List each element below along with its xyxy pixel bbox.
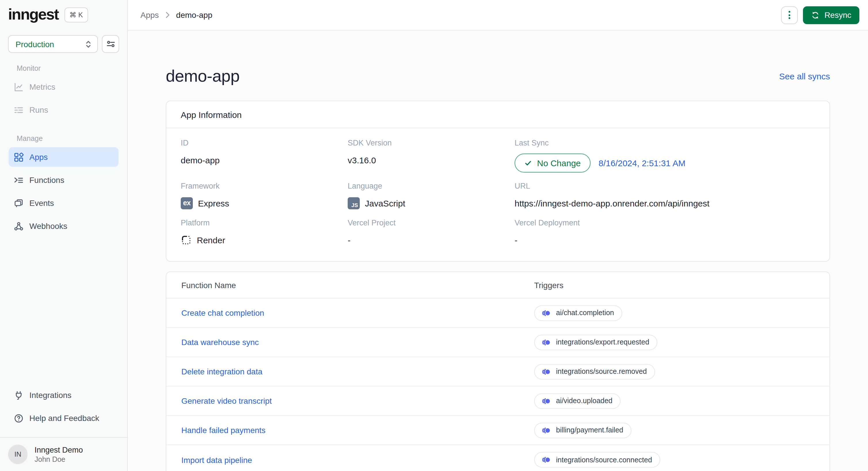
field-value: https://inngest-demo-app.onrender.com/ap… [515, 197, 815, 209]
javascript-icon: JS [348, 197, 360, 209]
field-value: demo-app [181, 154, 348, 166]
breadcrumb: Apps demo-app [141, 10, 212, 20]
sliders-icon [105, 39, 115, 49]
event-trigger-icon [542, 308, 551, 317]
trigger-pill-label: ai/chat.completion [556, 309, 614, 317]
user-menu[interactable]: IN Inngest Demo John Doe [0, 437, 127, 471]
field-label: Last Sync [515, 139, 815, 147]
inngest-logo: inngest [8, 7, 58, 23]
last-sync-time-link[interactable]: 8/16/2024, 2:51:31 AM [599, 158, 685, 168]
check-icon [524, 159, 532, 167]
sync-arrows-icon [811, 11, 820, 19]
trigger-pill-label: integrations/source.connected [556, 456, 652, 464]
function-link[interactable]: Handle failed payments [181, 426, 534, 435]
sidebar-item-label: Integrations [29, 391, 71, 400]
field-label: ID [181, 139, 348, 147]
table-row: Generate video transcript ai/video.uploa… [166, 386, 830, 416]
no-change-badge-label: No Change [537, 158, 581, 168]
user-display-name: John Doe [34, 455, 83, 463]
field-vercel-project: Vercel Project - [348, 209, 515, 246]
environment-select[interactable]: Production [8, 35, 98, 53]
question-circle-icon [14, 413, 24, 423]
topbar: Apps demo-app Resync [128, 0, 868, 31]
section-label-monitor: Monitor [17, 64, 119, 72]
table-row: Import data pipeline integrations/source… [166, 445, 830, 471]
sidebar-item-metrics[interactable]: Metrics [9, 77, 119, 97]
trigger-pill: integrations/source.removed [534, 364, 655, 379]
field-label: Framework [181, 182, 348, 190]
sidebar-item-label: Events [29, 198, 54, 208]
user-org-name: Inngest Demo [34, 445, 83, 454]
sidebar-item-integrations[interactable]: Integrations [9, 385, 119, 405]
sidebar-item-runs[interactable]: Runs [9, 100, 119, 120]
sidebar-item-functions[interactable]: Functions [9, 170, 119, 190]
field-sdk-version: SDK Version v3.16.0 [348, 129, 515, 172]
express-icon: ex [181, 197, 193, 209]
trigger-pill: integrations/export.requested [534, 334, 657, 350]
see-all-syncs-link[interactable]: See all syncs [779, 71, 830, 81]
field-label: Vercel Project [348, 218, 515, 227]
command-k-shortcut[interactable]: ⌘ K [64, 7, 88, 22]
trigger-pill: billing/payment.failed [534, 423, 631, 438]
function-link[interactable]: Generate video transcript [181, 396, 534, 405]
chevron-up-down-icon [85, 39, 92, 48]
trigger-pill-label: billing/payment.failed [556, 426, 623, 434]
sidebar-item-label: Metrics [29, 82, 55, 92]
trigger-pill: ai/video.uploaded [534, 393, 620, 409]
trigger-pill-label: integrations/export.requested [556, 338, 649, 346]
field-value: JavaScript [365, 198, 405, 208]
sidebar-item-label: Apps [29, 153, 48, 162]
function-link[interactable]: Data warehouse sync [181, 338, 534, 347]
field-label: SDK Version [348, 139, 515, 147]
page-content: demo-app See all syncs App Information I… [128, 31, 868, 471]
breadcrumb-current: demo-app [176, 10, 212, 20]
sidebar-item-label: Functions [29, 175, 64, 184]
functions-table-header: Function Name Triggers [166, 272, 830, 299]
trigger-pill-label: integrations/source.removed [556, 368, 647, 375]
trigger-pill: ai/chat.completion [534, 305, 622, 321]
line-chart-icon [14, 82, 24, 92]
app-information-card: App Information ID demo-app SDK Version … [166, 101, 830, 262]
trigger-pill: integrations/source.connected [534, 452, 660, 468]
sidebar: inngest ⌘ K Production Monitor [0, 0, 128, 471]
no-change-badge[interactable]: No Change [515, 154, 591, 172]
field-value: - [348, 234, 515, 246]
sidebar-item-label: Runs [29, 105, 48, 114]
more-actions-button[interactable] [781, 6, 798, 24]
functions-table-card: Function Name Triggers Create chat compl… [166, 271, 830, 471]
function-link[interactable]: Import data pipeline [181, 455, 534, 464]
event-trigger-icon [542, 367, 551, 376]
sidebar-item-help[interactable]: Help and Feedback [9, 408, 119, 428]
kebab-menu-icon [789, 11, 790, 19]
sidebar-item-apps[interactable]: Apps [9, 147, 119, 167]
breadcrumb-apps-link[interactable]: Apps [141, 10, 159, 20]
apps-grid-icon [14, 152, 24, 162]
sidebar-item-events[interactable]: Events [9, 193, 119, 213]
function-link[interactable]: Delete integration data [181, 367, 534, 376]
sidebar-item-webhooks[interactable]: Webhooks [9, 216, 119, 236]
sidebar-item-label: Help and Feedback [29, 413, 99, 423]
resync-button[interactable]: Resync [803, 6, 859, 24]
field-label: Vercel Deployment [515, 218, 815, 227]
sidebar-item-label: Webhooks [29, 222, 67, 231]
section-label-manage: Manage [17, 135, 119, 143]
table-row: Data warehouse sync integrations/export.… [166, 328, 830, 357]
field-language: Language JS JavaScript [348, 172, 515, 209]
trigger-pill-label: ai/video.uploaded [556, 397, 613, 405]
display-preferences-button[interactable] [102, 35, 119, 53]
field-url: URL https://inngest-demo-app.onrender.co… [515, 172, 815, 209]
webhook-icon [14, 221, 24, 231]
field-label: URL [515, 182, 815, 190]
field-platform: Platform Render [181, 209, 348, 246]
main-area: Apps demo-app Resync de [128, 0, 868, 471]
field-id: ID demo-app [181, 129, 348, 172]
field-value: - [515, 234, 815, 246]
event-trigger-icon [542, 338, 551, 346]
table-row: Delete integration data integrations/sou… [166, 357, 830, 386]
function-link[interactable]: Create chat completion [181, 308, 534, 317]
page-title: demo-app [166, 67, 240, 86]
field-label: Language [348, 182, 515, 190]
chevron-right-icon [165, 11, 170, 19]
field-value: v3.16.0 [348, 154, 515, 166]
app-root: inngest ⌘ K Production Monitor [0, 0, 868, 471]
